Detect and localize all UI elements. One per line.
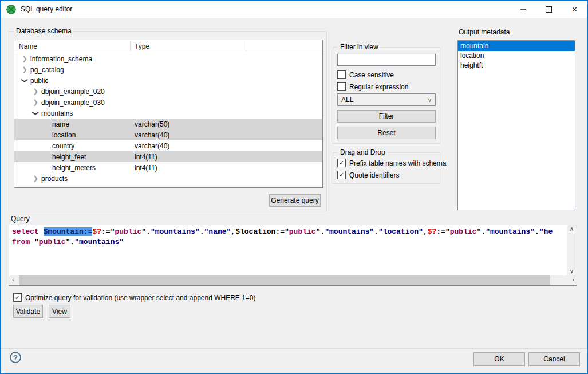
output-metadata-item[interactable]: location bbox=[458, 51, 575, 61]
tree-item-type: varchar(40) bbox=[135, 142, 169, 150]
ok-button[interactable]: OK bbox=[473, 352, 525, 366]
tree-row-dbjoin_example_020[interactable]: ❯dbjoin_example_020 bbox=[14, 86, 322, 97]
tree-row-location[interactable]: locationvarchar(40) bbox=[14, 129, 322, 140]
tree-item-name: mountains bbox=[41, 109, 73, 117]
tree-item-type: varchar(40) bbox=[135, 131, 169, 139]
chevron-down-icon: ∨ bbox=[428, 97, 432, 103]
output-metadata-list: mountainlocationheightft bbox=[457, 40, 575, 210]
query-editor[interactable]: select $mountain:=$?:="public"."mountain… bbox=[9, 225, 577, 286]
cancel-button[interactable]: Cancel bbox=[528, 352, 580, 366]
schema-tree-header: Name Type bbox=[14, 40, 322, 53]
tree-row-pg_catalog[interactable]: ❯pg_catalog bbox=[14, 64, 322, 75]
close-icon: ✕ bbox=[571, 6, 578, 13]
tree-row-name[interactable]: namevarchar(50) bbox=[14, 119, 322, 129]
query-line: from "public"."mountains" bbox=[12, 237, 567, 247]
optimize-query-checkbox[interactable] bbox=[13, 293, 22, 302]
column-divider[interactable] bbox=[246, 41, 246, 52]
tree-row-mountains[interactable]: ❯mountains bbox=[14, 108, 322, 119]
filter-input[interactable] bbox=[337, 54, 436, 66]
column-header-name[interactable]: Name bbox=[19, 40, 37, 53]
tree-item-name: height_meters bbox=[52, 164, 96, 172]
query-vertical-scrollbar[interactable]: ∧ ∨ bbox=[567, 225, 577, 275]
tree-item-name: information_schema bbox=[30, 55, 92, 63]
filter-option-row: Regular expression bbox=[337, 81, 408, 93]
output-metadata-item[interactable]: mountain bbox=[458, 41, 575, 51]
window-controls: ✕ bbox=[510, 1, 587, 18]
chevron-right-icon[interactable]: ❯ bbox=[19, 55, 30, 62]
dragdrop-option-checkbox[interactable] bbox=[337, 159, 346, 167]
footer-divider bbox=[1, 348, 587, 349]
schema-tree: Name Type ❯information_schema❯pg_catalog… bbox=[14, 40, 323, 188]
output-metadata-item[interactable]: heightft bbox=[458, 61, 575, 70]
query-horizontal-scrollbar[interactable]: ‹ › bbox=[9, 275, 577, 285]
output-metadata-label: Output metadata bbox=[459, 28, 510, 36]
tree-item-type: int4(11) bbox=[135, 164, 157, 172]
column-header-type[interactable]: Type bbox=[135, 40, 149, 53]
minimize-icon bbox=[520, 9, 526, 10]
maximize-button[interactable] bbox=[536, 1, 562, 18]
query-lines: select $mountain:=$?:="public"."mountain… bbox=[12, 227, 567, 247]
tree-row-country[interactable]: countryvarchar(40) bbox=[14, 140, 322, 151]
scroll-right-icon[interactable]: › bbox=[572, 277, 574, 283]
scrollbar-thumb[interactable] bbox=[19, 275, 550, 285]
dragdrop-option-label: Quote identifiers bbox=[349, 171, 399, 179]
chevron-right-icon[interactable]: ❯ bbox=[19, 66, 30, 73]
scroll-up-icon[interactable]: ∧ bbox=[570, 226, 574, 232]
dragdrop-option-row: Prefix table names with schema bbox=[337, 157, 446, 169]
query-text[interactable]: select $mountain:=$?:="public"."mountain… bbox=[9, 225, 567, 275]
chevron-down-icon[interactable]: ❯ bbox=[21, 75, 29, 86]
filter-option-checkbox[interactable] bbox=[337, 70, 346, 79]
tree-row-products[interactable]: ❯products bbox=[14, 173, 322, 184]
window-title: SQL query editor bbox=[21, 5, 72, 13]
drag-and-drop-label: Drag and Drop bbox=[338, 148, 388, 156]
filter-in-view-label: Filter in view bbox=[338, 43, 381, 51]
tree-row-information_schema[interactable]: ❯information_schema bbox=[14, 53, 322, 64]
close-button[interactable]: ✕ bbox=[562, 1, 587, 18]
tree-item-name: height_feet bbox=[52, 153, 86, 161]
chevron-down-icon[interactable]: ❯ bbox=[32, 108, 40, 119]
minimize-button[interactable] bbox=[510, 1, 536, 18]
scroll-left-icon[interactable]: ‹ bbox=[12, 277, 14, 283]
optimize-query-row: Optimize query for validation (use wrapp… bbox=[13, 292, 256, 304]
view-button[interactable]: View bbox=[49, 305, 70, 318]
reset-button[interactable]: Reset bbox=[337, 127, 436, 139]
tree-item-type: varchar(50) bbox=[135, 120, 169, 128]
maximize-icon bbox=[546, 6, 552, 13]
dragdrop-option-checkbox[interactable] bbox=[337, 171, 346, 179]
app-icon bbox=[6, 5, 16, 14]
filter-option-checkbox[interactable] bbox=[337, 82, 346, 91]
filter-type-dropdown[interactable]: ALL ∨ bbox=[337, 93, 436, 106]
chevron-right-icon[interactable]: ❯ bbox=[30, 88, 41, 95]
database-schema-label: Database schema bbox=[14, 27, 74, 35]
chevron-right-icon[interactable]: ❯ bbox=[30, 99, 41, 106]
chevron-right-icon[interactable]: ❯ bbox=[30, 175, 41, 182]
filter-type-value: ALL bbox=[341, 96, 353, 104]
tree-item-name: dbjoin_example_020 bbox=[41, 88, 105, 96]
query-label: Query bbox=[11, 215, 30, 223]
tree-item-name: public bbox=[30, 77, 48, 85]
tree-item-name: name bbox=[52, 120, 69, 128]
tree-row-height_feet[interactable]: height_feetint4(11) bbox=[14, 151, 322, 162]
column-divider[interactable] bbox=[130, 41, 131, 52]
scroll-down-icon[interactable]: ∨ bbox=[570, 269, 574, 274]
generate-query-button[interactable]: Generate query bbox=[269, 194, 321, 207]
filter-in-view-group: Filter in view Case sensitiveRegular exp… bbox=[333, 47, 440, 144]
sql-query-editor-dialog: SQL query editor ✕ Database schema Name … bbox=[0, 0, 588, 374]
tree-item-name: products bbox=[41, 175, 68, 183]
dragdrop-option-label: Prefix table names with schema bbox=[349, 159, 446, 167]
help-button[interactable]: ? bbox=[10, 352, 21, 363]
tree-row-dbjoin_example_030[interactable]: ❯dbjoin_example_030 bbox=[14, 97, 322, 108]
validate-button[interactable]: Validate bbox=[13, 305, 43, 318]
optimize-query-label: Optimize query for validation (use wrapp… bbox=[25, 294, 256, 302]
dragdrop-option-row: Quote identifiers bbox=[337, 169, 446, 181]
filter-button[interactable]: Filter bbox=[337, 110, 436, 123]
tree-item-name: country bbox=[52, 142, 74, 150]
tree-row-public[interactable]: ❯public bbox=[14, 75, 322, 86]
tree-item-name: pg_catalog bbox=[30, 66, 64, 74]
tree-item-name: location bbox=[52, 131, 76, 139]
tree-row-height_meters[interactable]: height_metersint4(11) bbox=[14, 162, 322, 173]
schema-tree-body: ❯information_schema❯pg_catalog❯public❯db… bbox=[14, 53, 322, 184]
query-line: select $mountain:=$?:="public"."mountain… bbox=[12, 227, 567, 237]
filter-checkboxes: Case sensitiveRegular expression bbox=[337, 69, 408, 93]
tree-item-type: int4(11) bbox=[135, 153, 157, 161]
